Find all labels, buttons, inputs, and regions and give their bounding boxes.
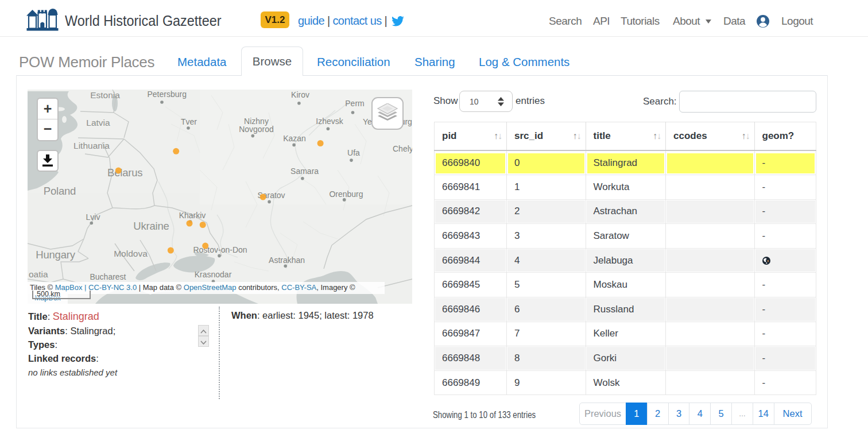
svg-text:Orenburg: Orenburg bbox=[329, 189, 363, 199]
svg-text:Perm: Perm bbox=[345, 99, 364, 108]
svg-text:Chelyabinsk: Chelyabinsk bbox=[393, 144, 412, 153]
svg-text:Kharkiv: Kharkiv bbox=[179, 211, 206, 220]
svg-text:Kazan: Kazan bbox=[283, 134, 306, 143]
svg-text:Rostov-on-Don: Rostov-on-Don bbox=[193, 245, 247, 254]
svg-text:Ukraine: Ukraine bbox=[133, 220, 169, 232]
svg-text:Ufa: Ufa bbox=[347, 148, 360, 157]
svg-text:Estonia: Estonia bbox=[90, 90, 120, 100]
svg-text:Petersburg: Petersburg bbox=[147, 90, 186, 99]
svg-text:Kirov: Kirov bbox=[291, 90, 309, 99]
svg-text:Novgorod: Novgorod bbox=[239, 125, 274, 134]
svg-text:Moldova: Moldova bbox=[114, 249, 148, 258]
svg-text:Lviv: Lviv bbox=[86, 212, 100, 222]
svg-text:oatia: oatia bbox=[29, 269, 48, 279]
svg-text:Poland: Poland bbox=[44, 185, 76, 197]
svg-text:Astrakhan: Astrakhan bbox=[269, 256, 305, 265]
svg-text:Krasnodar: Krasnodar bbox=[195, 270, 232, 279]
svg-text:Hungary: Hungary bbox=[36, 249, 75, 261]
svg-text:Latvia: Latvia bbox=[86, 118, 110, 127]
svg-text:Izhevsk: Izhevsk bbox=[316, 117, 343, 126]
svg-text:Lithuania: Lithuania bbox=[73, 141, 110, 150]
svg-text:Tver: Tver bbox=[181, 117, 197, 126]
svg-text:Samara: Samara bbox=[290, 167, 319, 176]
svg-text:Belarus: Belarus bbox=[107, 167, 142, 179]
svg-text:Bucharest: Bucharest bbox=[90, 272, 126, 281]
